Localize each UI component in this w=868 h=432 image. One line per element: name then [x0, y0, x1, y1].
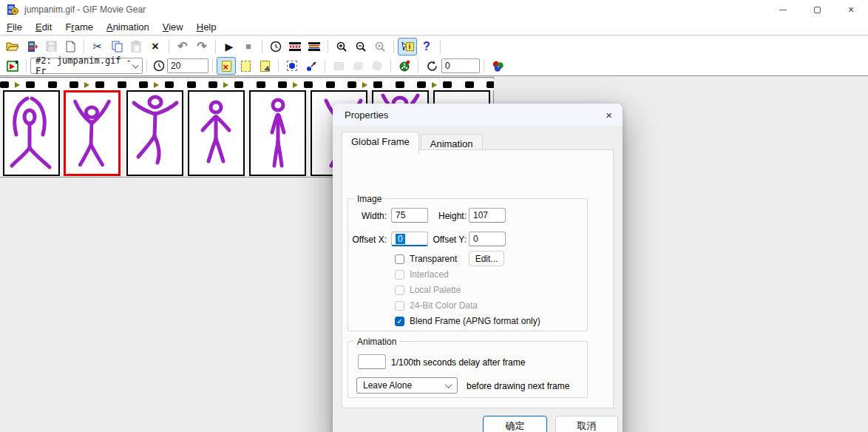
- filmstrip-frame-5[interactable]: [249, 90, 306, 176]
- frame-selector-value: #2: jumpanim.gif - Fr: [35, 55, 133, 76]
- zoom-in-button[interactable]: [332, 38, 351, 55]
- red-x-icon: ×: [223, 61, 229, 72]
- filmstrip-frame-3[interactable]: [126, 90, 183, 176]
- checkbox-interlaced[interactable]: Interlaced: [395, 269, 449, 280]
- cut-button[interactable]: ✂: [88, 38, 107, 55]
- help-button[interactable]: ?: [417, 38, 436, 55]
- chevron-down-icon: [445, 381, 452, 388]
- maximize-button[interactable]: [800, 0, 834, 19]
- filmstrip-frame-4[interactable]: [188, 90, 245, 176]
- image-group: Image Width: 75 Height: 107 Offset X: 0 …: [347, 198, 588, 331]
- checkbox-24bit-color[interactable]: 24-Bit Color Data: [395, 300, 478, 311]
- context-help-button[interactable]: i: [398, 38, 417, 55]
- ok-button[interactable]: 确定: [483, 416, 547, 432]
- help-icon: ?: [423, 41, 430, 53]
- dialog-close-icon[interactable]: ×: [606, 109, 612, 121]
- redo-icon: ↷: [197, 41, 206, 53]
- height-field[interactable]: 107: [469, 208, 506, 223]
- undo-button[interactable]: ↶: [173, 38, 192, 55]
- select-transparency-button[interactable]: [236, 57, 255, 75]
- filmstrip-frame-1[interactable]: [3, 90, 60, 176]
- frame-delay-input[interactable]: [167, 58, 208, 73]
- stop-button[interactable]: ■: [239, 38, 258, 55]
- checkbox-box: [395, 270, 404, 280]
- timing-button[interactable]: [266, 38, 285, 55]
- paste-button[interactable]: [126, 38, 146, 55]
- reel-button[interactable]: [395, 57, 414, 75]
- set-transparent-color-button[interactable]: [282, 57, 302, 75]
- toolbar-separator: [440, 40, 441, 53]
- checkbox-local-palette[interactable]: Local Palette: [395, 285, 461, 295]
- loop-count-button[interactable]: [422, 57, 441, 75]
- stick-figure-frame-4: [189, 92, 243, 175]
- menu-help[interactable]: Help: [190, 20, 223, 34]
- play-icon: ▶: [226, 41, 234, 52]
- palette-button[interactable]: [488, 57, 507, 75]
- disposal-combobox[interactable]: Leave Alone: [356, 377, 458, 394]
- new-button[interactable]: [61, 38, 80, 55]
- menu-view[interactable]: View: [156, 20, 190, 34]
- menu-animation[interactable]: Animation: [100, 20, 156, 34]
- frame-info-button[interactable]: [3, 57, 22, 75]
- cancel-button[interactable]: 取消: [555, 416, 618, 432]
- toolbar-separator: [278, 59, 279, 72]
- insert-frames-button[interactable]: [22, 38, 41, 55]
- filmstrip-frame-2-selected[interactable]: [64, 90, 121, 176]
- copy-button[interactable]: [107, 38, 126, 55]
- redo-button[interactable]: ↷: [192, 38, 211, 55]
- marquee-icon: [287, 61, 297, 71]
- toolbar-separator: [393, 40, 394, 53]
- remove-transparency-button[interactable]: ×: [217, 57, 236, 75]
- close-button[interactable]: ×: [834, 0, 868, 19]
- delay-clock-icon: [153, 60, 165, 72]
- tab-global-frame[interactable]: Global Frame: [342, 132, 419, 153]
- stamp-button[interactable]: [348, 57, 367, 75]
- toolbar-separator: [484, 59, 484, 72]
- crop-frame-button[interactable]: [329, 57, 348, 75]
- checkbox-blend-frame[interactable]: ✓ Blend Frame (APNG format only): [395, 316, 540, 326]
- checkbox-transparent[interactable]: Transparent: [395, 254, 457, 264]
- mask-button[interactable]: [367, 57, 387, 75]
- disposal-value: Leave Alone: [363, 380, 412, 391]
- copy-icon: [112, 41, 123, 53]
- paste-clipboard-icon: [131, 41, 141, 53]
- loop-count-input[interactable]: [441, 58, 480, 73]
- dialog-title-bar: Properties ×: [333, 104, 623, 126]
- filmstrip-icon: [26, 41, 38, 53]
- main-toolbar: ✂ × ↶ ↷ ▶ ■: [0, 36, 868, 56]
- stamp-icon: [353, 62, 363, 70]
- frame-info-icon: [7, 60, 19, 72]
- app-icon: [7, 4, 18, 16]
- toolbar-separator: [212, 59, 213, 72]
- animation-properties-button[interactable]: [305, 38, 324, 55]
- delay-description-label: 1/100th seconds delay after frame: [391, 357, 576, 368]
- edit-button[interactable]: Edit...: [469, 251, 504, 266]
- menu-edit[interactable]: Edit: [29, 20, 58, 34]
- mask-icon: [371, 60, 383, 72]
- frame-properties-button[interactable]: [285, 38, 305, 55]
- width-field[interactable]: 75: [391, 208, 428, 223]
- zoom-out-button[interactable]: [351, 38, 370, 55]
- save-button[interactable]: [41, 38, 61, 55]
- delete-button[interactable]: ×: [146, 38, 165, 55]
- menu-frame[interactable]: Frame: [58, 20, 100, 34]
- zoom-custom-button[interactable]: [370, 38, 390, 55]
- toolbar-separator: [325, 59, 325, 72]
- open-button[interactable]: [3, 38, 22, 55]
- dialog-title: Properties: [345, 109, 388, 121]
- new-page-icon: [66, 41, 75, 53]
- offset-y-field[interactable]: 0: [469, 232, 506, 246]
- selected-text: 0: [396, 234, 405, 244]
- minimize-button[interactable]: [766, 0, 800, 19]
- menu-file[interactable]: File: [0, 20, 29, 34]
- frame-selector-combobox[interactable]: #2: jumpanim.gif - Fr: [30, 58, 143, 74]
- stick-figure-frame-2: [66, 92, 118, 174]
- zoom-in-icon: [336, 41, 347, 53]
- offset-x-field[interactable]: 0: [391, 232, 428, 246]
- film-reel-icon: [399, 60, 411, 72]
- pick-color-button[interactable]: [302, 57, 321, 75]
- toolbar-separator: [146, 59, 147, 72]
- play-button[interactable]: ▶: [220, 38, 239, 55]
- edit-transparency-button[interactable]: [255, 57, 274, 75]
- delay-field[interactable]: [358, 354, 386, 369]
